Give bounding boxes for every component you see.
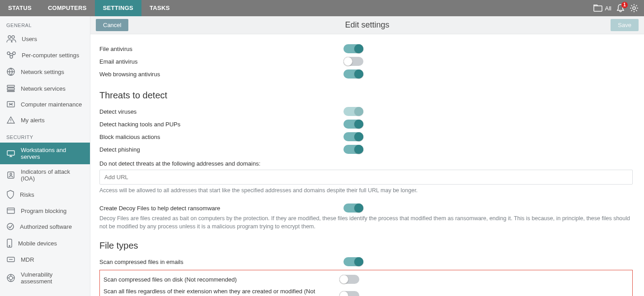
shield-icon <box>6 190 14 199</box>
sidebar-item-maintenance[interactable]: Computer maintenance <box>0 97 90 112</box>
label-detect-phishing: Detect phishing <box>99 146 343 153</box>
sidebar-item-label: Risks <box>20 191 34 198</box>
heading-filetypes: File types <box>99 240 633 251</box>
toggle-detect-hacking[interactable] <box>343 120 363 129</box>
sidebar-item-label: Workstations and servers <box>21 147 84 160</box>
save-button[interactable]: Save <box>611 19 639 31</box>
sidebar-item-ioa[interactable]: Indicators of attack (IOA) <box>0 164 90 186</box>
tab-computers[interactable]: COMPUTERS <box>40 0 95 16</box>
maintenance-icon <box>6 101 15 108</box>
toggle-detect-phishing[interactable] <box>343 145 363 154</box>
svg-point-4 <box>7 52 10 55</box>
sidebar-item-users[interactable]: Users <box>0 31 90 47</box>
sidebar-item-workstations-servers[interactable]: Workstations and servers <box>0 143 90 164</box>
row-file-antivirus: File antivirus <box>99 42 633 55</box>
row-email-antivirus: Email antivirus <box>99 55 633 68</box>
sidebar-item-my-alerts[interactable]: My alerts <box>0 112 90 128</box>
check-icon <box>6 222 14 231</box>
svg-rect-15 <box>7 208 14 213</box>
label-detect-hacking: Detect hacking tools and PUPs <box>99 121 343 128</box>
notifications-button[interactable]: 1 <box>616 4 625 13</box>
svg-point-2 <box>8 36 11 38</box>
decoy-hint: Decoy Files are files created as bait on… <box>99 214 633 231</box>
sidebar-item-label: Vulnerability assessment <box>21 271 84 285</box>
toggle-decoy[interactable] <box>343 204 363 213</box>
label-file-antivirus: File antivirus <box>99 46 343 52</box>
sidebar-item-program-blocking[interactable]: Program blocking <box>0 203 90 218</box>
cancel-button[interactable]: Cancel <box>96 19 128 31</box>
toggle-scan-emails[interactable] <box>343 257 363 266</box>
heading-threats: Threats to detect <box>99 90 633 101</box>
label-detect-viruses: Detect viruses <box>99 108 343 115</box>
label-scan-emails: Scan compressed files in emails <box>99 259 343 265</box>
whitelist-url-input[interactable] <box>99 170 633 185</box>
sidebar-section-security: SECURITY <box>0 128 90 143</box>
svg-point-3 <box>12 36 14 38</box>
svg-rect-10 <box>7 91 14 92</box>
label-decoy: Create Decoy Files to help detect ransom… <box>99 205 343 212</box>
settings-content: File antivirus Email antivirus Web brows… <box>90 34 644 296</box>
scope-selector[interactable]: All <box>593 5 611 12</box>
sidebar-item-label: Mobile devices <box>18 240 57 247</box>
row-detect-phishing: Detect phishing <box>99 143 633 156</box>
toggle-scan-all[interactable] <box>339 291 359 296</box>
label-whitelist: Do not detect threats at the following a… <box>99 160 633 167</box>
sidebar-item-network-services[interactable]: Network services <box>0 80 90 97</box>
row-scan-all: Scan all files regardless of their exten… <box>103 286 629 296</box>
whitelist-hint: Access will be allowed to all addresses … <box>99 186 633 194</box>
notification-badge: 1 <box>621 2 628 8</box>
sidebar-item-label: Authorized software <box>20 223 72 230</box>
row-scan-disk: Scan compressed files on disk (Not recom… <box>103 273 629 286</box>
percomputer-icon <box>6 51 16 59</box>
tab-settings[interactable]: SETTINGS <box>95 0 141 16</box>
sidebar-item-label: My alerts <box>21 117 45 124</box>
sidebar-item-risks[interactable]: Risks <box>0 186 90 203</box>
sidebar: GENERAL Users Per-computer settings Netw… <box>0 16 90 296</box>
sidebar-item-mobile-devices[interactable]: Mobile devices <box>0 235 90 252</box>
mobile-icon <box>6 239 13 248</box>
svg-rect-0 <box>594 6 602 11</box>
row-scan-emails: Scan compressed files in emails <box>99 255 633 268</box>
servers-icon <box>6 84 15 92</box>
gear-icon <box>630 4 639 13</box>
label-email-antivirus: Email antivirus <box>99 58 343 65</box>
sidebar-item-network-settings[interactable]: Network settings <box>0 63 90 80</box>
top-nav: STATUS COMPUTERS SETTINGS TASKS All 1 <box>0 0 644 16</box>
toggle-web-antivirus[interactable] <box>343 69 363 79</box>
svg-rect-8 <box>7 85 14 87</box>
monitor-icon <box>6 150 15 157</box>
row-decoy: Create Decoy Files to help detect ransom… <box>99 202 633 214</box>
toggle-scan-disk[interactable] <box>339 275 359 284</box>
settings-gear-button[interactable] <box>630 4 639 13</box>
tab-status[interactable]: STATUS <box>0 0 40 16</box>
sidebar-item-vuln-assessment[interactable]: Vulnerability assessment <box>0 267 90 289</box>
toggle-email-antivirus[interactable] <box>343 57 363 66</box>
highlighted-options: Scan compressed files on disk (Not recom… <box>99 270 633 296</box>
block-icon <box>6 207 15 214</box>
sidebar-item-label: Per-computer settings <box>22 52 79 59</box>
toggle-block-malicious[interactable] <box>343 132 363 141</box>
row-web-antivirus: Web browsing antivirus <box>99 68 633 80</box>
svg-point-14 <box>10 173 12 175</box>
sidebar-item-label: Network services <box>21 85 66 92</box>
scope-label: All <box>605 5 611 12</box>
sidebar-item-label: Network settings <box>21 69 64 75</box>
tab-tasks[interactable]: TASKS <box>141 0 178 16</box>
sidebar-item-authorized-software[interactable]: Authorized software <box>0 218 90 235</box>
svg-point-5 <box>13 52 15 55</box>
globe-icon <box>6 67 15 76</box>
row-detect-hacking: Detect hacking tools and PUPs <box>99 118 633 130</box>
sidebar-item-label: MDR <box>21 256 34 263</box>
toggle-file-antivirus[interactable] <box>343 44 363 53</box>
sidebar-item-mdr[interactable]: MDR <box>0 252 90 267</box>
page-header: Cancel Edit settings Save <box>90 16 644 34</box>
svg-point-1 <box>633 7 635 9</box>
svg-point-20 <box>9 276 13 280</box>
sidebar-item-percomputer[interactable]: Per-computer settings <box>0 47 90 63</box>
label-scan-all: Scan all files regardless of their exten… <box>103 287 339 296</box>
sidebar-item-label: Computer maintenance <box>21 101 82 108</box>
svg-point-16 <box>7 223 14 230</box>
folder-icon <box>593 5 602 12</box>
sidebar-item-label: Indicators of attack (IOA) <box>21 168 84 182</box>
row-block-malicious: Block malicious actions <box>99 130 633 143</box>
